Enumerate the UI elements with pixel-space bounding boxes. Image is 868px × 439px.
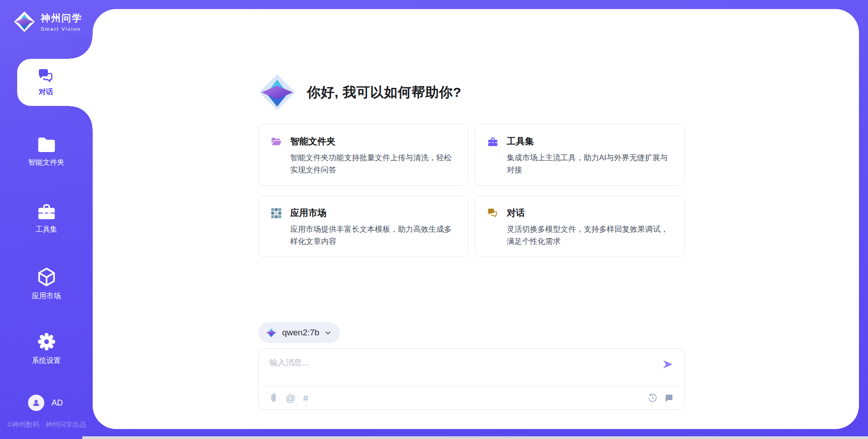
horizontal-scrollbar[interactable] <box>82 436 868 439</box>
card-title: 对话 <box>507 207 673 219</box>
card-body: 智能文件夹 智能文件夹功能支持批量文件上传与清洗，轻松实现文件问答 <box>290 135 456 176</box>
attachment-icon <box>269 393 278 403</box>
chevron-down-icon <box>324 329 332 337</box>
brand-diamond-icon <box>14 11 35 33</box>
sidebar-item-toolset[interactable]: 工具集 <box>0 202 93 234</box>
sidebar-item-label: 对话 <box>39 87 53 97</box>
card-description: 集成市场上主流工具，助力AI与外界无缝扩展与对接 <box>507 152 673 176</box>
assistant-diamond-icon <box>258 73 296 111</box>
greeting-block: 你好, 我可以如何帮助你? <box>258 73 685 111</box>
app-subtitle: Smart Vision <box>41 26 82 32</box>
feedback-icon <box>664 393 674 403</box>
card-body: 对话 灵活切换多模型文件，支持多样回复效果调试，满足个性化需求 <box>507 207 673 248</box>
user-icon <box>31 398 41 408</box>
card-title: 工具集 <box>507 135 673 148</box>
attach-button[interactable] <box>269 393 278 403</box>
tab-curve-top <box>70 36 93 59</box>
card-body: 工具集 集成市场上主流工具，助力AI与外界无缝扩展与对接 <box>507 135 673 176</box>
sidebar-item-label: 系统设置 <box>32 356 61 366</box>
card-title: 应用市场 <box>290 207 456 219</box>
folder-icon <box>36 136 57 154</box>
tab-curve-bottom <box>70 106 93 129</box>
feature-cards: 智能文件夹 智能文件夹功能支持批量文件上传与清洗，轻松实现文件问答 工具集 <box>258 124 685 257</box>
gear-icon <box>36 331 57 352</box>
model-diamond-icon <box>265 327 277 339</box>
user-name: AD <box>52 398 63 408</box>
avatar <box>28 395 44 411</box>
card-description: 智能文件夹功能支持批量文件上传与清洗，轻松实现文件问答 <box>290 152 456 176</box>
page-root: { "app": { "title": "神州问学", "subtitle": … <box>0 0 868 439</box>
message-composer: @ # <box>258 348 685 410</box>
sidebar-item-chat[interactable]: 对话 <box>17 59 93 106</box>
sidebar-item-label: 智能文件夹 <box>28 158 65 167</box>
history-icon <box>648 393 657 403</box>
sidebar-item-settings[interactable]: 系统设置 <box>0 331 93 366</box>
send-icon <box>661 358 674 371</box>
message-input[interactable] <box>259 349 684 387</box>
history-button[interactable] <box>648 393 657 403</box>
cube-icon <box>36 267 57 287</box>
folder-open-icon <box>270 136 282 148</box>
send-button[interactable] <box>661 358 675 372</box>
sidebar-item-smart-folder[interactable]: 智能文件夹 <box>0 136 93 167</box>
chat-icon <box>37 68 55 84</box>
card-description: 应用市场提供丰富长文本模板，助力高效生成多样化文章内容 <box>290 223 456 248</box>
main-content: 你好, 我可以如何帮助你? 智能文件夹 智能文件夹功能支持批量文件上传与清洗，轻… <box>258 9 685 429</box>
composer-toolbar: @ # <box>262 387 681 409</box>
sidebar-item-label: 应用市场 <box>32 291 61 301</box>
toolbox-icon <box>36 202 57 221</box>
spacer <box>258 257 685 322</box>
grid-icon <box>270 207 282 219</box>
sidebar-item-label: 工具集 <box>36 225 57 234</box>
app-title: 神州问学 <box>41 12 82 24</box>
card-title: 智能文件夹 <box>290 135 456 148</box>
card-description: 灵活切换多模型文件，支持多样回复效果调试，满足个性化需求 <box>507 223 673 248</box>
model-selector-row: qwen2:7b <box>258 322 685 343</box>
user-profile[interactable]: AD <box>28 395 63 411</box>
feedback-button[interactable] <box>664 393 674 403</box>
greeting-title: 你好, 我可以如何帮助你? <box>307 83 462 102</box>
mention-icon[interactable]: @ <box>286 393 295 403</box>
brand-logo: 神州问学 Smart Vision <box>14 11 82 33</box>
main-panel: 你好, 我可以如何帮助你? 智能文件夹 智能文件夹功能支持批量文件上传与清洗，轻… <box>93 9 859 429</box>
sidebar-item-chat-inner: 对话 <box>17 59 93 106</box>
card-toolset[interactable]: 工具集 集成市场上主流工具，助力AI与外界无缝扩展与对接 <box>475 124 685 186</box>
toolbox-icon <box>487 136 499 148</box>
chat-icon <box>487 207 499 219</box>
sidebar-item-app-market[interactable]: 应用市场 <box>0 267 93 301</box>
hashtag-icon[interactable]: # <box>303 393 308 403</box>
brand-text: 神州问学 Smart Vision <box>41 12 82 32</box>
card-chat[interactable]: 对话 灵活切换多模型文件，支持多样回复效果调试，满足个性化需求 <box>475 196 685 257</box>
model-name: qwen2:7b <box>282 328 319 338</box>
card-smart-folder[interactable]: 智能文件夹 智能文件夹功能支持批量文件上传与清洗，轻松实现文件问答 <box>258 124 468 186</box>
copyright-footer: ©神州数码 · 神州问学出品 <box>7 420 86 429</box>
sidebar: 神州问学 Smart Vision 对话 智能文件夹 <box>0 0 93 439</box>
composer-toolbar-right <box>648 393 674 403</box>
card-app-market[interactable]: 应用市场 应用市场提供丰富长文本模板，助力高效生成多样化文章内容 <box>258 196 468 257</box>
card-body: 应用市场 应用市场提供丰富长文本模板，助力高效生成多样化文章内容 <box>290 207 456 248</box>
model-selector[interactable]: qwen2:7b <box>258 322 340 343</box>
